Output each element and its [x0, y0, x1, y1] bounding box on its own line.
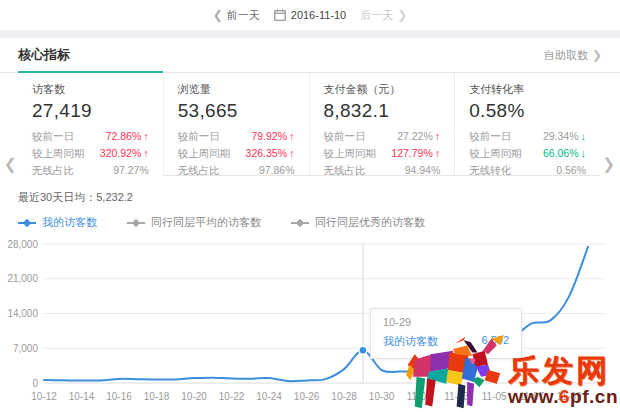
svg-text:0: 0 [32, 378, 38, 389]
compare-value: 66.06% [543, 145, 579, 162]
compare-label: 较上周同期 [178, 145, 231, 162]
trend-up-icon [289, 128, 295, 145]
svg-text:11-03: 11-03 [444, 391, 469, 402]
legend-item-my-visitors[interactable]: 我的访客数 [18, 215, 97, 230]
metric-card-pageviews[interactable]: 浏览量 53,665 较前一日 79.92% 较上周同期 326.35% 无线占… [164, 73, 310, 175]
trend-line-chart-canvas: 07,00014,00021,00028,00010-1210-1410-161… [0, 234, 620, 412]
metric-title: 访客数 [32, 82, 149, 97]
trend-up-icon [435, 128, 441, 145]
svg-text:10-16: 10-16 [106, 391, 132, 402]
next-day-button[interactable]: 后一天 ❯ [360, 8, 407, 23]
trend-up-icon [143, 128, 149, 145]
svg-text:10-18: 10-18 [144, 391, 170, 402]
panel-title: 核心指标 [18, 46, 70, 64]
metric-card-payment-amount[interactable]: 支付金额（元） 8,832.1 较前一日 27.22% 较上周同期 127.79… [310, 73, 456, 175]
compare-value: 79.92% [251, 128, 287, 145]
visitors-trend-chart[interactable]: 07,00014,00021,00028,00010-1210-1410-161… [0, 234, 620, 412]
compare-value: 97.27% [113, 162, 149, 179]
metric-cards-row: 访客数 27,419 较前一日 72.86% 较上周同期 320.92% 无线占… [18, 73, 600, 176]
svg-text:11-09: 11-09 [557, 391, 582, 402]
svg-text:11-05: 11-05 [482, 391, 507, 402]
next-day-label: 后一天 [360, 8, 393, 23]
compare-value: 326.35% [246, 145, 287, 162]
date-picker[interactable]: 2016-11-10 [274, 9, 346, 21]
calendar-icon [274, 9, 286, 21]
compare-label: 较前一日 [32, 128, 74, 145]
compare-label: 无线占比 [32, 162, 74, 179]
svg-text:11-01: 11-01 [407, 391, 432, 402]
line-diamond-marker-icon [127, 218, 145, 227]
svg-text:21,000: 21,000 [7, 273, 38, 284]
chart-tooltip: 10-29 我的访客数 6,592 [370, 308, 522, 359]
svg-text:10-20: 10-20 [181, 391, 207, 402]
tooltip-series-label: 我的访客数 [383, 334, 438, 349]
cards-scroll-left-button[interactable]: ❮ [4, 156, 17, 171]
compare-label: 无线占比 [178, 162, 220, 179]
selected-date: 2016-11-10 [291, 9, 346, 21]
compare-label: 较上周同期 [324, 145, 377, 162]
compare-value: 127.79% [391, 145, 432, 162]
metric-value: 53,665 [178, 100, 295, 122]
compare-value: 0.56% [556, 162, 586, 179]
chart-legend: 我的访客数 同行同层平均的访客数 同行同层优秀的访客数 [0, 205, 620, 232]
trend-up-icon [289, 145, 295, 162]
core-metrics-panel: 核心指标 自助取数 ❯ 访客数 27,419 较前一日 72.86% 较上周同期… [0, 38, 620, 412]
metric-value: 27,419 [32, 100, 149, 122]
compare-label: 较前一日 [324, 128, 366, 145]
svg-text:10-24: 10-24 [256, 391, 282, 402]
thirty-day-average: 最近30天日均：5,232.2 [0, 176, 620, 205]
svg-text:28,000: 28,000 [7, 239, 38, 250]
metric-title: 浏览量 [178, 82, 295, 97]
svg-text:10-14: 10-14 [69, 391, 95, 402]
analytics-dashboard: ❮ 前一天 2016-11-10 后一天 ❯ 核心指标 自助取数 ❯ [0, 0, 620, 412]
metric-card-conversion-rate[interactable]: 支付转化率 0.58% 较前一日 29.34% 较上周同期 66.06% 无线转… [455, 73, 600, 175]
trend-up-icon [143, 145, 149, 162]
trend-down-icon [581, 128, 587, 145]
prev-day-label: 前一天 [227, 8, 260, 23]
compare-value: 320.92% [100, 145, 141, 162]
svg-text:10-28: 10-28 [331, 391, 357, 402]
trend-up-icon [435, 145, 441, 162]
svg-text:14,000: 14,000 [7, 308, 38, 319]
compare-value: 27.22% [397, 128, 433, 145]
compare-label: 无线转化 [469, 162, 511, 179]
compare-label: 无线占比 [324, 162, 366, 179]
svg-text:10-30: 10-30 [369, 391, 395, 402]
legend-item-peer-average[interactable]: 同行同层平均的访客数 [127, 215, 261, 230]
cards-scroll-right-button[interactable]: ❯ [602, 156, 615, 171]
compare-value: 97.86% [259, 162, 295, 179]
metric-title: 支付金额（元） [324, 82, 441, 97]
date-nav-bar: ❮ 前一天 2016-11-10 后一天 ❯ [0, 0, 620, 30]
line-diamond-marker-icon [291, 218, 309, 227]
svg-text:10-26: 10-26 [294, 391, 320, 402]
compare-label: 较前一日 [178, 128, 220, 145]
tooltip-value: 6,592 [481, 334, 509, 349]
chevron-left-icon: ❮ [213, 8, 223, 22]
chevron-right-icon: ❯ [592, 48, 602, 62]
compare-label: 较上周同期 [469, 145, 522, 162]
panel-header: 核心指标 自助取数 ❯ [0, 38, 620, 73]
compare-label: 较上周同期 [32, 145, 85, 162]
legend-item-peer-excellent[interactable]: 同行同层优秀的访客数 [291, 215, 425, 230]
svg-text:10-12: 10-12 [31, 391, 57, 402]
compare-label: 较前一日 [469, 128, 511, 145]
metric-card-visitors[interactable]: 访客数 27,419 较前一日 72.86% 较上周同期 320.92% 无线占… [18, 73, 164, 175]
chevron-right-icon: ❯ [397, 8, 407, 22]
compare-value: 29.34% [543, 128, 579, 145]
metric-title: 支付转化率 [469, 82, 586, 97]
self-service-data-link[interactable]: 自助取数 ❯ [544, 48, 602, 63]
line-diamond-marker-icon [18, 218, 36, 227]
svg-text:11-07: 11-07 [519, 391, 544, 402]
metric-value: 0.58% [469, 100, 586, 122]
svg-text:10-22: 10-22 [219, 391, 245, 402]
tooltip-date: 10-29 [383, 316, 509, 328]
compare-value: 94.94% [405, 162, 441, 179]
metric-value: 8,832.1 [324, 100, 441, 122]
trend-down-icon [581, 145, 587, 162]
svg-text:7,000: 7,000 [13, 343, 38, 354]
compare-value: 72.86% [106, 128, 142, 145]
prev-day-button[interactable]: ❮ 前一天 [213, 8, 260, 23]
